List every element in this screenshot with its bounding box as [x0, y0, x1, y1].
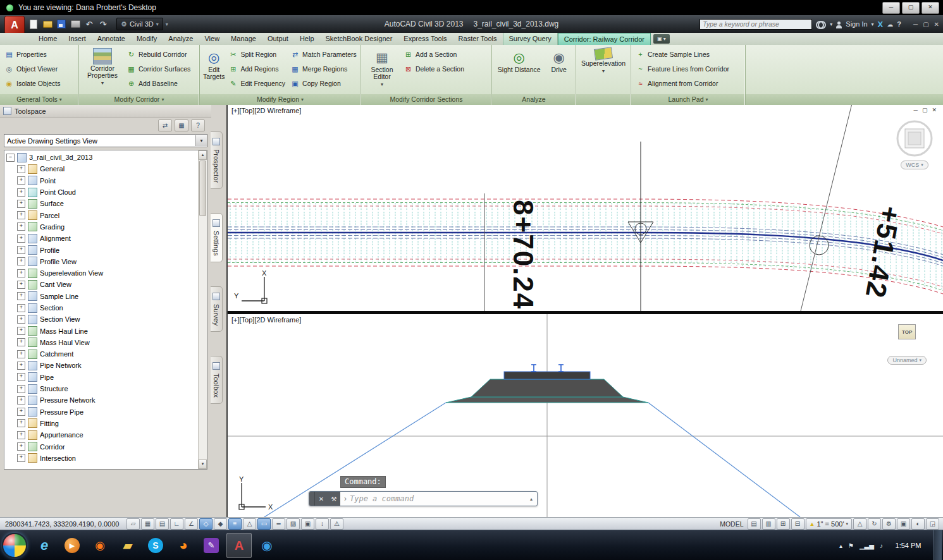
expand-icon[interactable]: +: [17, 211, 25, 219]
command-customize-icon[interactable]: ⚒: [328, 492, 340, 506]
action-center-icon[interactable]: ⚑: [848, 542, 854, 549]
taskbar-clock[interactable]: 1:54 PM: [889, 542, 928, 549]
tab-home[interactable]: Home: [33, 33, 63, 45]
panel-label-launch-pad[interactable]: Launch Pad▾: [631, 94, 745, 105]
drive-button[interactable]: ◉ Drive: [544, 46, 574, 94]
tree-item-point-cloud[interactable]: +Point Cloud: [6, 186, 207, 198]
annotation-monitor-toggle[interactable]: ⚠: [330, 518, 343, 530]
tree-item-point[interactable]: +Point: [6, 175, 207, 186]
command-close-icon[interactable]: ✕: [315, 492, 328, 506]
media-player-icon[interactable]: ▶: [59, 533, 85, 558]
edit-frequency-button[interactable]: ✎Edit Frequency: [226, 77, 288, 90]
delete-a-section-button[interactable]: ⊠Delete a Section: [401, 63, 467, 75]
tree-item-section-view[interactable]: +Section View: [6, 313, 207, 325]
expand-icon[interactable]: +: [17, 327, 25, 335]
expand-icon[interactable]: +: [17, 234, 25, 243]
tree-item-structure[interactable]: +Structure: [6, 383, 207, 394]
expand-icon[interactable]: +: [17, 408, 25, 416]
status-tray-button[interactable]: ◐: [911, 518, 925, 530]
add-regions-button[interactable]: ⊞Add Regions: [226, 63, 288, 75]
panel-label-modify-corridor[interactable]: Modify Corridor▾: [79, 94, 199, 105]
search-menu-icon[interactable]: ▾: [830, 21, 832, 27]
tree-item-profile-view[interactable]: +Profile View: [6, 256, 207, 267]
expand-icon[interactable]: +: [17, 165, 25, 173]
ballast-shape[interactable]: [504, 372, 590, 379]
tree-root[interactable]: −3_rail_civil_3d_2013: [6, 152, 207, 163]
layout-button[interactable]: ▥: [762, 518, 775, 530]
tab-express-tools[interactable]: Express Tools: [398, 33, 452, 45]
expand-icon[interactable]: +: [17, 188, 25, 197]
expand-icon[interactable]: +: [17, 419, 25, 427]
expand-icon[interactable]: +: [17, 269, 25, 277]
polar-tracking-toggle[interactable]: ∠: [185, 518, 198, 530]
tree-item-catchment[interactable]: +Catchment: [6, 348, 207, 360]
skype-icon[interactable]: S: [143, 533, 168, 558]
command-grip[interactable]: [309, 492, 315, 506]
app-minimize-button[interactable]: ─: [913, 21, 918, 28]
save-icon[interactable]: [56, 19, 67, 29]
plan-viewport[interactable]: 8+70.24 +51.42 [+][Top][2D Wireframe] ─ …: [228, 105, 943, 311]
add-a-section-button[interactable]: ⊞Add a Section: [401, 48, 467, 61]
search-icon[interactable]: [816, 21, 826, 27]
object-viewer-button[interactable]: ◎Object Viewer: [2, 63, 60, 75]
tree-item-sample-line[interactable]: +Sample Line: [6, 291, 207, 302]
redo-icon[interactable]: ↷: [97, 19, 109, 29]
plot-icon[interactable]: [70, 19, 81, 29]
auto-annotation-scale-button[interactable]: ↻: [868, 518, 881, 530]
network-icon[interactable]: ▁▃▅: [860, 542, 874, 549]
properties-button[interactable]: ▤Properties: [2, 48, 49, 61]
tree-item-profile[interactable]: +Profile: [6, 244, 207, 255]
command-history-icon[interactable]: ▴: [526, 492, 537, 506]
signin-menu-icon[interactable]: ▾: [872, 21, 874, 27]
settings-view-selector[interactable]: Active Drawing Settings View ▾: [4, 134, 207, 147]
rail-left[interactable]: [531, 365, 536, 372]
model-space-button[interactable]: ▤: [748, 518, 761, 530]
tab-modify[interactable]: Modify: [131, 33, 163, 45]
app-maximize-button[interactable]: ▢: [923, 21, 928, 28]
collapse-icon[interactable]: −: [6, 154, 15, 162]
application-menu-button[interactable]: A: [4, 16, 25, 34]
tab-survey[interactable]: Survey: [211, 286, 223, 332]
corridor-properties-button[interactable]: Corridor Properties ▾: [81, 46, 124, 94]
drawing-restore-icon[interactable]: ▢: [922, 107, 928, 113]
toolbar-lock-button[interactable]: ▣: [897, 518, 910, 530]
tab-manage[interactable]: Manage: [225, 33, 262, 45]
tab-corridor-railway-corridor[interactable]: Corridor: Railway Corridor: [558, 33, 651, 45]
tab-analyze[interactable]: Analyze: [163, 33, 199, 45]
command-input[interactable]: › Type a command: [340, 492, 526, 506]
banner-close-button[interactable]: ✕: [921, 2, 939, 14]
a360-icon[interactable]: ☁: [887, 21, 893, 28]
search-input[interactable]: [700, 19, 812, 30]
expand-icon[interactable]: +: [17, 246, 25, 254]
isolate-objects-button[interactable]: ◉Isolate Objects: [2, 77, 63, 90]
dynamic-input-toggle[interactable]: ▭: [257, 518, 271, 530]
dynamic-ucs-toggle[interactable]: △: [243, 518, 256, 530]
snap-mode-toggle[interactable]: ▦: [141, 518, 154, 530]
tree-item-pipe-network[interactable]: +Pipe Network: [6, 360, 207, 371]
workspace-selector[interactable]: ⚙ Civil 3D ▾: [116, 18, 163, 30]
tree-item-parcel[interactable]: +Parcel: [6, 209, 207, 221]
tree-item-pipe[interactable]: +Pipe: [6, 372, 207, 383]
expand-icon[interactable]: +: [17, 200, 25, 208]
sketchbook-icon[interactable]: ✎: [199, 533, 224, 558]
tree-item-corridor[interactable]: +Corridor: [6, 441, 207, 452]
edit-targets-button[interactable]: ◎ Edit Targets: [202, 46, 226, 94]
tab-raster-tools[interactable]: Raster Tools: [453, 33, 503, 45]
tree-item-superelevation-view[interactable]: +Superelevation View: [6, 267, 207, 279]
3d-object-snap-toggle[interactable]: ◆: [214, 518, 227, 530]
viewcube-top-face[interactable]: TOP: [898, 324, 916, 339]
expand-icon[interactable]: +: [17, 362, 25, 370]
match-parameters-button[interactable]: ⇄Match Parameters: [288, 48, 359, 61]
tab-settings[interactable]: Settings: [211, 213, 223, 262]
panel-label-general-tools[interactable]: General Tools▾: [0, 94, 78, 105]
workspace-switching-button[interactable]: ⚙: [882, 518, 896, 530]
expand-icon[interactable]: +: [17, 281, 25, 289]
tab-insert[interactable]: Insert: [63, 33, 92, 45]
undo-icon[interactable]: ↶: [83, 19, 95, 29]
view-name-pill[interactable]: Unnamed ▾: [887, 356, 927, 365]
selection-cycling-toggle[interactable]: ↕: [316, 518, 329, 530]
banner-maximize-button[interactable]: ▢: [902, 2, 920, 14]
quick-view-layouts-button[interactable]: ⊞: [777, 518, 790, 530]
ortho-mode-toggle[interactable]: ∟: [170, 518, 183, 530]
expand-icon[interactable]: +: [17, 396, 25, 405]
